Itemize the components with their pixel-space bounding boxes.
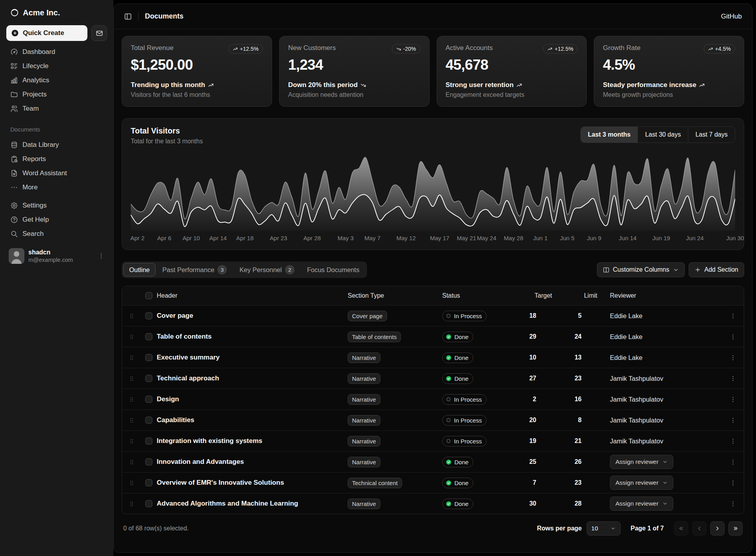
target-value[interactable]: 2 [513, 396, 558, 403]
row-header-link[interactable]: Table of contents [157, 333, 348, 341]
limit-value[interactable]: 23 [558, 375, 604, 382]
drag-handle[interactable] [128, 396, 135, 403]
sidebar-item-projects[interactable]: Projects [6, 87, 107, 102]
row-header-link[interactable]: Cover page [157, 312, 348, 320]
quick-create-button[interactable]: Quick Create [6, 25, 87, 41]
row-checkbox[interactable] [145, 417, 152, 424]
x-tick: May 7 [365, 235, 381, 241]
row-header-link[interactable]: Integration with existing systems [157, 437, 348, 445]
drag-handle[interactable] [128, 459, 135, 465]
tab-outline[interactable]: Outline [123, 263, 156, 276]
prev-page-button[interactable] [692, 521, 706, 536]
outline-table: Header Section Type Status Target Limit … [122, 286, 744, 514]
range-last-30-days[interactable]: Last 30 days [637, 127, 688, 143]
assign-reviewer-select[interactable]: Assign reviewer [610, 455, 673, 469]
row-menu-button[interactable] [730, 313, 736, 319]
sidebar-item-word-assistant[interactable]: Word Assistant [6, 166, 107, 180]
limit-value[interactable]: 23 [558, 479, 604, 486]
row-checkbox[interactable] [145, 500, 152, 507]
brand[interactable]: Acme Inc. [6, 5, 107, 20]
sidebar-item-team[interactable]: Team [6, 102, 107, 116]
sidebar-item-reports[interactable]: Reports [6, 152, 107, 166]
dots-icon [10, 183, 18, 191]
tab-key-personnel[interactable]: Key Personnel2 [233, 263, 300, 276]
row-header-link[interactable]: Innovation and Advantages [157, 458, 348, 466]
row-header-link[interactable]: Overview of EMR's Innovative Solutions [157, 479, 348, 487]
row-header-link[interactable]: Technical approach [157, 374, 348, 382]
drag-handle[interactable] [128, 480, 135, 486]
row-menu-button[interactable] [730, 480, 736, 486]
assign-reviewer-select[interactable]: Assign reviewer [610, 476, 673, 490]
row-header-link[interactable]: Executive summary [157, 354, 348, 361]
row-header-link[interactable]: Advanced Algorithms and Machine Learning [157, 500, 348, 508]
github-link[interactable]: GitHub [721, 13, 742, 20]
drag-handle[interactable] [128, 375, 135, 382]
row-checkbox[interactable] [145, 458, 152, 465]
limit-value[interactable]: 16 [558, 396, 604, 403]
drag-handle[interactable] [128, 354, 135, 361]
limit-value[interactable]: 13 [558, 354, 604, 361]
rows-per-page-select[interactable]: 10 [587, 521, 621, 536]
row-checkbox[interactable] [145, 333, 152, 340]
drag-handle[interactable] [128, 313, 135, 319]
last-page-button[interactable] [728, 521, 743, 536]
target-value[interactable]: 25 [513, 458, 558, 465]
row-checkbox[interactable] [145, 375, 152, 382]
range-last-3-months[interactable]: Last 3 months [581, 127, 637, 143]
limit-value[interactable]: 8 [558, 417, 604, 424]
sidebar-item-dashboard[interactable]: Dashboard [6, 45, 107, 59]
inbox-button[interactable] [91, 25, 107, 41]
limit-value[interactable]: 26 [558, 458, 604, 465]
limit-value[interactable]: 5 [558, 312, 604, 319]
drag-handle[interactable] [128, 334, 135, 340]
assign-reviewer-select[interactable]: Assign reviewer [610, 497, 673, 511]
row-menu-button[interactable] [730, 354, 736, 361]
target-value[interactable]: 30 [513, 500, 558, 507]
sidebar-item-analytics[interactable]: Analytics [6, 73, 107, 87]
target-value[interactable]: 20 [513, 417, 558, 424]
row-menu-button[interactable] [730, 417, 736, 424]
row-checkbox[interactable] [145, 437, 152, 445]
user-menu[interactable]: shadcn m@example.com [6, 246, 107, 265]
next-page-button[interactable] [710, 521, 724, 536]
target-value[interactable]: 10 [513, 354, 558, 361]
sidebar-item-settings[interactable]: Settings [6, 198, 107, 213]
tab-past-performance[interactable]: Past Performance3 [156, 263, 233, 276]
row-menu-button[interactable] [730, 459, 736, 465]
target-value[interactable]: 7 [513, 479, 558, 486]
select-all-checkbox[interactable] [145, 292, 152, 299]
target-value[interactable]: 18 [513, 312, 558, 319]
sidebar-item-more[interactable]: More [6, 180, 107, 195]
target-value[interactable]: 19 [513, 437, 558, 445]
drag-handle[interactable] [128, 417, 135, 424]
range-last-7-days[interactable]: Last 7 days [688, 127, 735, 143]
row-checkbox[interactable] [145, 396, 152, 403]
limit-value[interactable]: 24 [558, 333, 604, 340]
target-value[interactable]: 27 [513, 375, 558, 382]
limit-value[interactable]: 21 [558, 437, 604, 445]
sidebar-toggle-button[interactable] [124, 13, 132, 20]
drag-handle[interactable] [128, 500, 135, 507]
row-checkbox[interactable] [145, 354, 152, 361]
first-page-button[interactable] [674, 521, 688, 536]
sidebar-item-get-help[interactable]: Get Help [6, 213, 107, 227]
drag-handle[interactable] [128, 438, 135, 445]
check-circle-icon [446, 501, 452, 507]
row-checkbox[interactable] [145, 312, 152, 319]
row-header-link[interactable]: Capabilities [157, 416, 348, 424]
row-checkbox[interactable] [145, 479, 152, 486]
sidebar-item-search[interactable]: Search [6, 227, 107, 241]
sidebar-item-lifecycle[interactable]: Lifecycle [6, 59, 107, 73]
customize-columns-button[interactable]: Customize Columns [597, 262, 685, 277]
add-section-button[interactable]: Add Section [689, 262, 744, 277]
target-value[interactable]: 29 [513, 333, 558, 340]
row-menu-button[interactable] [730, 438, 736, 445]
tab-focus-documents[interactable]: Focus Documents [301, 263, 365, 276]
row-menu-button[interactable] [730, 396, 736, 403]
row-header-link[interactable]: Design [157, 395, 348, 403]
row-menu-button[interactable] [730, 500, 736, 507]
row-menu-button[interactable] [730, 375, 736, 382]
sidebar-item-data-library[interactable]: Data Library [6, 138, 107, 152]
limit-value[interactable]: 28 [558, 500, 604, 507]
row-menu-button[interactable] [730, 334, 736, 340]
